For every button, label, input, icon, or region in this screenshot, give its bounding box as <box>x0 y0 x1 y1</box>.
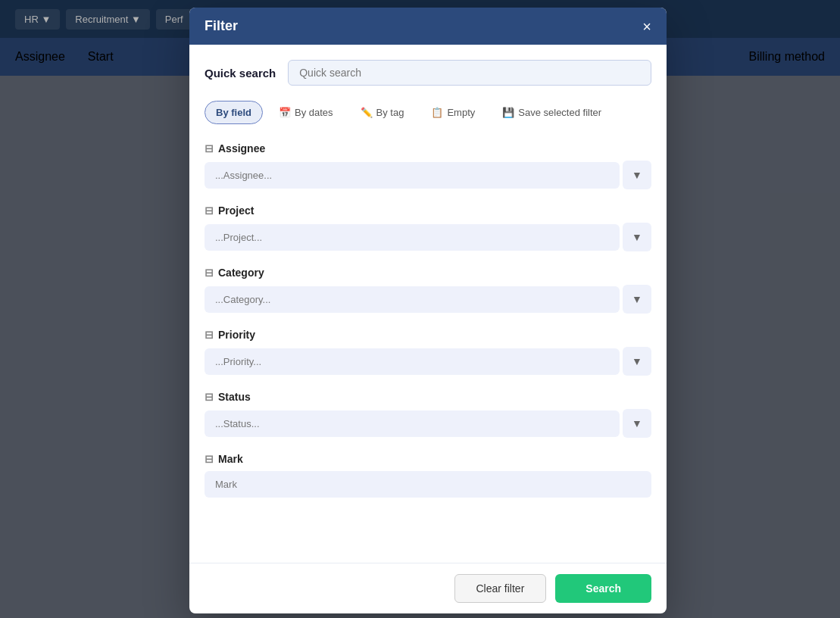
category-dropdown-button[interactable]: ▼ <box>623 285 651 314</box>
tab-empty[interactable]: 📋 Empty <box>420 101 486 124</box>
quick-search-label: Quick search <box>205 67 276 80</box>
tabs-row: By field 📅 By dates ✏️ By tag 📋 Empty 💾 … <box>205 101 651 124</box>
filter-modal: Filter × Quick search By field 📅 By date… <box>189 8 667 613</box>
priority-input[interactable] <box>205 348 620 375</box>
assignee-input-row: ▼ <box>205 161 651 189</box>
category-minus-icon: ⊟ <box>205 267 214 279</box>
filter-category-section: ⊟ Category ▼ <box>205 267 651 314</box>
status-label: Status <box>218 391 251 403</box>
mark-input-row <box>205 471 651 498</box>
project-input-row: ▼ <box>205 223 651 251</box>
priority-label: Priority <box>218 329 255 341</box>
status-label-row: ⊟ Status <box>205 391 651 403</box>
empty-icon: 📋 <box>431 107 443 118</box>
mark-input[interactable] <box>205 471 651 498</box>
project-label-row: ⊟ Project <box>205 204 651 217</box>
project-input[interactable] <box>205 224 620 251</box>
save-icon: 💾 <box>502 107 514 118</box>
category-input[interactable] <box>205 286 620 313</box>
tag-icon: ✏️ <box>361 107 373 118</box>
assignee-input[interactable] <box>205 162 620 189</box>
priority-input-row: ▼ <box>205 347 651 376</box>
filter-priority-section: ⊟ Priority ▼ <box>205 329 651 376</box>
save-filter-label: Save selected filter <box>518 107 601 118</box>
search-button[interactable]: Search <box>555 574 651 603</box>
filter-mark-section: ⊟ Mark <box>205 453 651 498</box>
status-input-row: ▼ <box>205 409 651 438</box>
filter-project-section: ⊟ Project ▼ <box>205 204 651 251</box>
tab-by-tag[interactable]: ✏️ By tag <box>349 101 416 124</box>
project-minus-icon: ⊟ <box>205 204 214 217</box>
modal-body: Quick search By field 📅 By dates ✏️ By t… <box>189 45 667 563</box>
priority-minus-icon: ⊟ <box>205 329 214 341</box>
modal-footer: Clear filter Search <box>189 563 667 613</box>
filter-assignee-section: ⊟ Assignee ▼ <box>205 142 651 189</box>
category-input-row: ▼ <box>205 285 651 314</box>
assignee-dropdown-button[interactable]: ▼ <box>623 161 651 189</box>
by-tag-label: By tag <box>376 107 404 118</box>
priority-dropdown-button[interactable]: ▼ <box>623 347 651 376</box>
tab-by-field[interactable]: By field <box>205 101 263 124</box>
assignee-label-row: ⊟ Assignee <box>205 142 651 154</box>
by-field-label: By field <box>216 107 251 118</box>
empty-label: Empty <box>447 107 475 118</box>
filter-status-section: ⊟ Status ▼ <box>205 391 651 438</box>
tab-save-filter[interactable]: 💾 Save selected filter <box>491 101 613 124</box>
modal-title: Filter <box>205 18 238 34</box>
quick-search-row: Quick search <box>205 60 651 86</box>
clear-filter-button[interactable]: Clear filter <box>454 574 547 603</box>
quick-search-input[interactable] <box>288 60 651 86</box>
close-button[interactable]: × <box>642 19 651 34</box>
modal-header: Filter × <box>189 8 667 45</box>
calendar-icon: 📅 <box>279 107 291 118</box>
mark-label: Mark <box>218 453 243 465</box>
tab-by-dates[interactable]: 📅 By dates <box>267 101 345 124</box>
project-label: Project <box>218 204 254 217</box>
mark-minus-icon: ⊟ <box>205 453 214 465</box>
by-dates-label: By dates <box>295 107 333 118</box>
project-dropdown-button[interactable]: ▼ <box>623 223 651 251</box>
status-dropdown-button[interactable]: ▼ <box>623 409 651 438</box>
status-input[interactable] <box>205 410 620 437</box>
assignee-label: Assignee <box>218 142 265 154</box>
status-minus-icon: ⊟ <box>205 391 214 403</box>
category-label: Category <box>218 267 264 279</box>
assignee-minus-icon: ⊟ <box>205 142 214 154</box>
category-label-row: ⊟ Category <box>205 267 651 279</box>
priority-label-row: ⊟ Priority <box>205 329 651 341</box>
mark-label-row: ⊟ Mark <box>205 453 651 465</box>
